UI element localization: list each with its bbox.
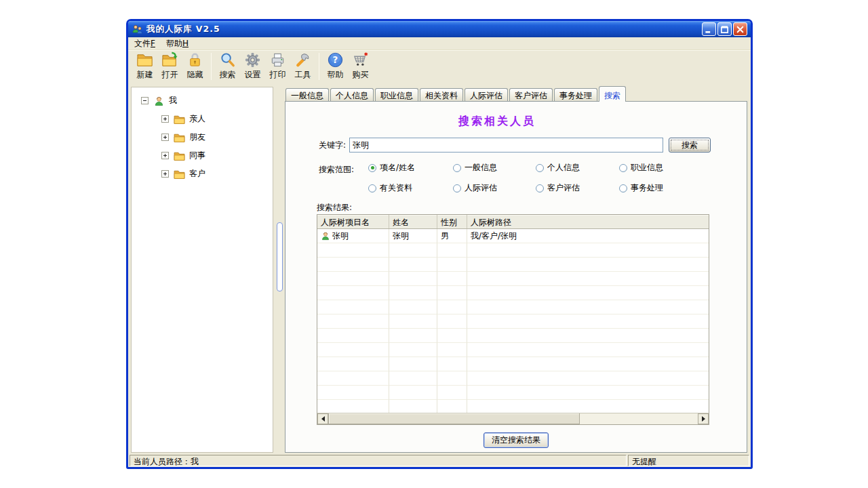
keyword-label: 关键字:: [319, 140, 346, 151]
search-button-toolbar[interactable]: 搜索: [215, 52, 240, 81]
scope-option-item-name[interactable]: 项名/姓名: [368, 162, 453, 174]
table-empty-row: [317, 272, 709, 286]
tools-button[interactable]: 工具: [290, 52, 315, 81]
maximize-button[interactable]: [717, 22, 732, 36]
close-button[interactable]: [733, 22, 747, 36]
person-icon: [153, 96, 165, 106]
hide-button[interactable]: 隐藏: [182, 52, 208, 81]
minimize-icon: [703, 24, 715, 35]
expand-icon[interactable]: [161, 170, 169, 178]
scroll-left-button[interactable]: [317, 413, 328, 424]
results-table: 人际树项目名 姓名 性别 人际树路径 张明 张明 男 我/客户/张明: [317, 214, 709, 425]
scrollbar-track[interactable]: [580, 413, 698, 424]
app-logo-icon: [132, 24, 143, 35]
window-title: 我的人际库 V2.5: [146, 24, 701, 35]
tab-client-eval[interactable]: 客户评估: [509, 88, 553, 101]
radio-icon: [619, 164, 627, 172]
new-button[interactable]: 新建: [132, 52, 157, 81]
table-empty-row: [317, 357, 709, 371]
radio-icon: [368, 184, 376, 192]
wrench-icon: [294, 52, 311, 68]
title-bar[interactable]: 我的人际库 V2.5: [128, 21, 751, 37]
table-empty-row: [317, 243, 709, 258]
tab-search[interactable]: 搜索: [599, 86, 626, 102]
column-header-name[interactable]: 姓名: [389, 215, 437, 228]
collapse-icon[interactable]: [141, 97, 149, 104]
tab-affairs[interactable]: 事务处理: [554, 88, 597, 101]
printer-icon: [269, 52, 286, 68]
column-header-gender[interactable]: 性别: [437, 215, 467, 228]
expand-icon[interactable]: [161, 152, 169, 159]
menu-file[interactable]: 文件F: [134, 38, 155, 49]
scope-option-general-info[interactable]: 一般信息: [453, 162, 536, 174]
expand-icon[interactable]: [161, 134, 169, 141]
splitter-handle[interactable]: [277, 222, 283, 291]
scroll-right-button[interactable]: [698, 413, 709, 424]
radio-icon: [536, 164, 544, 172]
scope-option-personal-info[interactable]: 个人信息: [536, 162, 619, 174]
table-header-row: 人际树项目名 姓名 性别 人际树路径: [317, 215, 709, 229]
search-submit-button[interactable]: 搜索: [669, 138, 711, 152]
scope-option-affairs[interactable]: 事务处理: [619, 182, 694, 194]
column-header-item-name[interactable]: 人际树项目名: [317, 215, 389, 228]
scope-option-client-eval[interactable]: 客户评估: [536, 182, 619, 194]
minimize-button[interactable]: [702, 22, 716, 36]
tree-node-me[interactable]: 我: [141, 92, 273, 110]
buy-button[interactable]: 购买: [348, 52, 373, 81]
status-current-path: 当前人员路径：我: [130, 455, 627, 466]
folder-icon: [174, 114, 185, 125]
app-window: 我的人际库 V2.5 文件F 帮助H 新建: [126, 19, 753, 469]
gear-icon: [244, 52, 261, 68]
table-row[interactable]: 张明 张明 男 我/客户/张明: [317, 229, 709, 243]
clear-results-button[interactable]: 清空搜索结果: [484, 432, 549, 448]
tab-general-info[interactable]: 一般信息: [285, 88, 329, 101]
radio-icon: [453, 164, 461, 172]
print-button[interactable]: 打印: [265, 52, 290, 81]
tree-node-clients[interactable]: 客户: [161, 165, 273, 183]
table-empty-row: [317, 329, 709, 343]
settings-button[interactable]: 设置: [240, 52, 265, 81]
menu-bar: 文件F 帮助H: [128, 37, 751, 50]
open-button[interactable]: 打开: [157, 52, 182, 81]
new-folder-icon: [136, 52, 153, 68]
tree-node-label: 同事: [189, 150, 205, 161]
tree-node-family[interactable]: 亲人: [161, 110, 273, 128]
scope-option-relationship-eval[interactable]: 人际评估: [453, 182, 536, 194]
expand-icon[interactable]: [161, 115, 169, 123]
toolbar: 新建 打开 隐藏 搜索: [128, 50, 751, 83]
search-tab-panel: 搜索相关人员 关键字: 搜索 搜索范围: 项名/姓名 一般信息 个人信息 职业信…: [285, 101, 747, 453]
scope-option-related-materials[interactable]: 有关资料: [368, 182, 453, 194]
keyword-input[interactable]: [349, 138, 663, 152]
tree-node-label: 客户: [189, 168, 205, 180]
person-icon: [321, 231, 330, 241]
folder-icon: [174, 132, 185, 143]
relationship-tree-panel: 我 亲人 朋友 同事 客户: [131, 87, 273, 453]
radio-selected-icon: [368, 164, 376, 172]
menu-help[interactable]: 帮助H: [166, 38, 189, 49]
toolbar-separator: [211, 53, 212, 80]
tab-strip: 一般信息 个人信息 职业信息 相关资料 人际评估 客户评估 事务处理 搜索: [285, 85, 747, 101]
search-panel-title: 搜索相关人员: [285, 115, 709, 129]
tab-related-materials[interactable]: 相关资料: [420, 88, 463, 101]
lock-icon: [186, 52, 203, 68]
status-bar: 当前人员路径：我 无提醒: [130, 455, 749, 466]
arrow-right-icon: [702, 416, 708, 422]
folder-icon: [174, 169, 185, 180]
column-header-path[interactable]: 人际树路径: [467, 215, 709, 228]
search-icon: [219, 52, 236, 68]
help-button[interactable]: ? 帮助: [323, 52, 348, 81]
tab-career-info[interactable]: 职业信息: [375, 88, 418, 101]
radio-icon: [619, 184, 627, 192]
open-folder-icon: [161, 52, 178, 68]
tree-node-friends[interactable]: 朋友: [161, 128, 273, 146]
table-empty-row: [317, 300, 709, 314]
tree-node-label: 亲人: [189, 113, 205, 125]
horizontal-scrollbar[interactable]: [317, 413, 709, 424]
svg-text:?: ?: [333, 55, 338, 65]
table-empty-row: [317, 343, 709, 357]
scope-option-career-info[interactable]: 职业信息: [619, 162, 694, 174]
scrollbar-thumb[interactable]: [328, 413, 580, 424]
tab-personal-info[interactable]: 个人信息: [330, 88, 374, 101]
tab-relationship-eval[interactable]: 人际评估: [465, 88, 508, 101]
tree-node-colleagues[interactable]: 同事: [161, 146, 273, 165]
